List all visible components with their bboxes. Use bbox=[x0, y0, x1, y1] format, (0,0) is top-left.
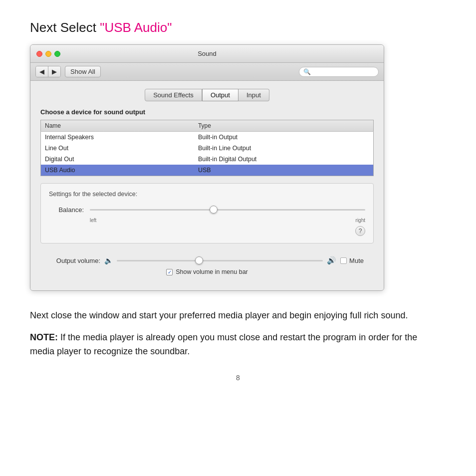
volume-low-icon: 🔈 bbox=[104, 256, 113, 264]
balance-left-label: left bbox=[90, 218, 96, 223]
close-button[interactable] bbox=[36, 51, 42, 57]
device-name: Digital Out bbox=[41, 154, 194, 165]
choose-device-label: Choose a device for sound output bbox=[40, 108, 374, 116]
table-row-selected[interactable]: USB Audio USB bbox=[41, 165, 374, 176]
device-name: USB Audio bbox=[41, 165, 194, 176]
search-icon: 🔍 bbox=[303, 68, 311, 75]
show-all-button[interactable]: Show All bbox=[65, 66, 101, 77]
tab-output[interactable]: Output bbox=[202, 89, 238, 101]
tab-bar: Sound Effects Output Input bbox=[40, 89, 374, 101]
balance-thumb[interactable] bbox=[210, 206, 218, 214]
balance-row: Balance: bbox=[49, 205, 365, 215]
table-row[interactable]: Internal Speakers Built-in Output bbox=[41, 132, 374, 143]
mute-label: Mute bbox=[349, 257, 364, 264]
nav-buttons: ◀ ▶ bbox=[35, 66, 61, 77]
titlebar: Sound bbox=[30, 45, 384, 63]
volume-slider[interactable] bbox=[117, 255, 323, 265]
balance-right-label: right bbox=[356, 218, 365, 223]
mac-window: Sound ◀ ▶ Show All 🔍 Sound Effects Outpu… bbox=[30, 44, 384, 291]
heading-highlight: "USB Audio" bbox=[100, 20, 172, 35]
device-table: Name Type Internal Speakers Built-in Out… bbox=[40, 120, 374, 176]
tab-input[interactable]: Input bbox=[238, 89, 269, 101]
col-type: Type bbox=[194, 120, 374, 132]
mute-area: Mute bbox=[340, 257, 364, 264]
help-button[interactable]: ? bbox=[355, 226, 365, 236]
search-box[interactable]: 🔍 bbox=[299, 67, 379, 77]
nav-back-button[interactable]: ◀ bbox=[36, 66, 48, 77]
balance-track bbox=[90, 209, 365, 211]
balance-labels: left right bbox=[49, 218, 365, 223]
volume-high-icon: 🔊 bbox=[327, 256, 336, 265]
tab-sound-effects[interactable]: Sound Effects bbox=[145, 89, 202, 101]
toolbar: ◀ ▶ Show All 🔍 bbox=[30, 63, 384, 81]
show-volume-row: ✓ Show volume in menu bar bbox=[40, 268, 374, 280]
search-input[interactable] bbox=[313, 68, 378, 75]
page-heading: Next Select "USB Audio" bbox=[30, 20, 446, 35]
window-content: Sound Effects Output Input Choose a devi… bbox=[30, 81, 384, 290]
output-volume-label: Output volume: bbox=[50, 257, 100, 264]
maximize-button[interactable] bbox=[54, 51, 60, 57]
settings-label: Settings for the selected device: bbox=[49, 191, 365, 198]
table-row[interactable]: Digital Out Built-in Digital Output bbox=[41, 154, 374, 165]
device-type: Built-in Line Output bbox=[194, 143, 374, 154]
device-type: Built-in Output bbox=[194, 132, 374, 143]
mute-checkbox[interactable] bbox=[340, 257, 347, 264]
col-name: Name bbox=[41, 120, 194, 132]
show-volume-checkbox[interactable]: ✓ bbox=[166, 269, 173, 275]
balance-slider[interactable] bbox=[90, 205, 365, 215]
device-type: USB bbox=[194, 165, 374, 176]
volume-thumb[interactable] bbox=[195, 256, 203, 264]
settings-section: Settings for the selected device: Balanc… bbox=[40, 183, 374, 243]
page-number: 8 bbox=[30, 374, 446, 382]
volume-track bbox=[117, 260, 323, 261]
body-text: Next close the window and start your pre… bbox=[30, 309, 439, 323]
device-type: Built-in Digital Output bbox=[194, 154, 374, 165]
note-text: NOTE: If the media player is already ope… bbox=[30, 331, 439, 359]
heading-prefix: Next Select bbox=[30, 20, 100, 35]
note-bold: NOTE: bbox=[30, 332, 58, 342]
device-name: Line Out bbox=[41, 143, 194, 154]
balance-label: Balance: bbox=[49, 206, 84, 214]
window-title: Sound bbox=[198, 50, 217, 57]
note-content: If the media player is already open you … bbox=[30, 332, 417, 356]
minimize-button[interactable] bbox=[45, 51, 51, 57]
nav-forward-button[interactable]: ▶ bbox=[48, 66, 60, 77]
table-row[interactable]: Line Out Built-in Line Output bbox=[41, 143, 374, 154]
traffic-lights bbox=[36, 51, 60, 57]
device-name: Internal Speakers bbox=[41, 132, 194, 143]
show-volume-label: Show volume in menu bar bbox=[176, 268, 248, 275]
help-button-container: ? bbox=[49, 226, 365, 236]
volume-row: Output volume: 🔈 🔊 Mute bbox=[40, 250, 374, 268]
